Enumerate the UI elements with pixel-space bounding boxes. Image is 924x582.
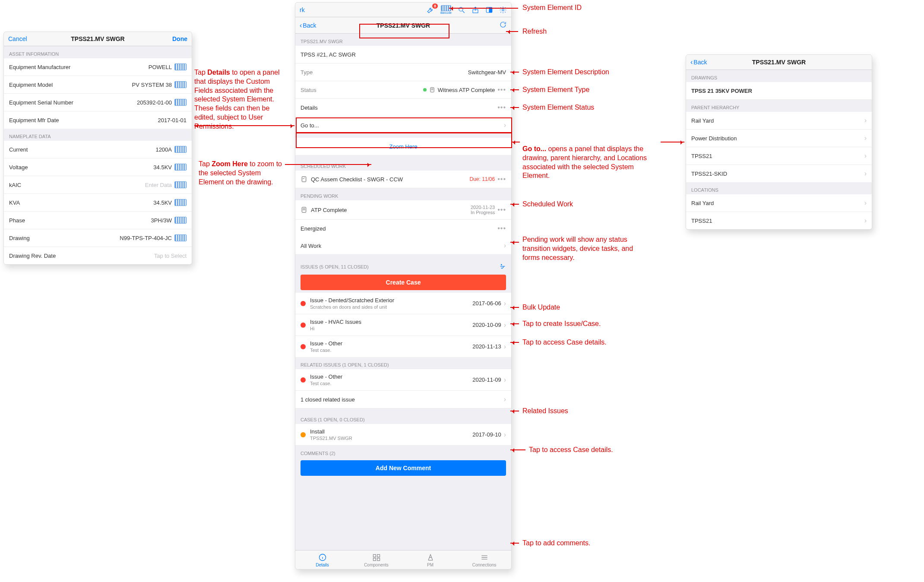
- refresh-button[interactable]: [481, 21, 507, 30]
- add-comment-button[interactable]: Add New Comment: [301, 460, 506, 476]
- svg-rect-20: [377, 558, 380, 561]
- field-row[interactable]: Phase 3PH/3W: [4, 212, 192, 229]
- svg-line-1: [462, 11, 465, 13]
- field-row[interactable]: Equipment Mfr Date 2017-01-01: [4, 111, 192, 129]
- back-button[interactable]: ‹Back: [300, 22, 326, 29]
- more-icon[interactable]: •••: [497, 206, 506, 214]
- field-row[interactable]: Drawing Rev. Date Tap to Select: [4, 247, 192, 264]
- barcode-icon[interactable]: [174, 199, 187, 206]
- goto-panel: ‹Back TPSS21.MV SWGR DRAWINGS TPSS 21 35…: [686, 54, 872, 230]
- tab-components[interactable]: Components: [349, 550, 403, 569]
- annotation-create-case: Tap to create Issue/Case.: [522, 319, 601, 329]
- wrench-icon[interactable]: 8: [427, 6, 434, 14]
- status-more-icon[interactable]: •••: [497, 86, 506, 94]
- chevron-right-icon: ›: [864, 134, 867, 142]
- issue-item[interactable]: Issue - Dented/Scratched ExteriorScratch…: [295, 293, 511, 314]
- annotation-bulk: Bulk Update: [522, 303, 560, 312]
- scheduled-work-item[interactable]: QC Assem Checklist - SWGR - CCW Due: 11/…: [295, 171, 511, 188]
- barcode-icon[interactable]: [174, 181, 187, 188]
- field-row[interactable]: Voltage 34.5KV: [4, 158, 192, 176]
- form-icon: [429, 87, 435, 93]
- list-item[interactable]: Power Distribution›: [686, 130, 872, 147]
- issue-item[interactable]: Issue - HVAC IssuesHi 2020-10-09›: [295, 314, 511, 336]
- details-row[interactable]: Details •••: [295, 99, 511, 117]
- gear-icon[interactable]: [499, 6, 507, 14]
- chevron-right-icon: ›: [504, 343, 506, 351]
- pending-work-item[interactable]: Energized •••: [295, 220, 511, 237]
- issue-item[interactable]: Issue - OtherTest case. 2020-11-13›: [295, 336, 511, 357]
- all-work-row[interactable]: All Work ›: [295, 237, 511, 255]
- tab-pm[interactable]: PM: [403, 550, 457, 569]
- closed-related-row[interactable]: 1 closed related issue ›: [295, 391, 511, 408]
- barcode-icon[interactable]: [174, 234, 187, 241]
- issue-dot-icon: [301, 377, 306, 383]
- list-item[interactable]: Rail Yard›: [686, 194, 872, 212]
- annotation-case-details2: Tap to access Case details.: [529, 446, 613, 455]
- chevron-right-icon: ›: [504, 321, 506, 329]
- list-item[interactable]: TPSS21›: [686, 212, 872, 229]
- done-button[interactable]: Done: [161, 35, 187, 42]
- chevron-right-icon: ›: [504, 300, 506, 307]
- notification-badge: 8: [432, 3, 438, 9]
- share-icon[interactable]: [471, 6, 479, 14]
- chevron-right-icon: ›: [864, 170, 867, 177]
- cancel-button[interactable]: Cancel: [8, 35, 34, 42]
- barcode-icon[interactable]: [174, 99, 187, 106]
- search-icon[interactable]: [458, 6, 465, 14]
- tab-details[interactable]: Details: [295, 550, 349, 569]
- field-row[interactable]: kAIC Enter Data: [4, 176, 192, 194]
- issue-dot-icon: [301, 301, 306, 306]
- element-description: TPSS #21, AC SWGR: [295, 46, 511, 63]
- barcode-icon[interactable]: [174, 81, 187, 88]
- list-item[interactable]: Rail Yard›: [686, 112, 872, 130]
- back-button[interactable]: ‹Back: [690, 58, 716, 66]
- barcode-icon[interactable]: [174, 146, 187, 153]
- toolbar-left-fragment: rk: [300, 6, 305, 13]
- related-issue-item[interactable]: Issue - Other Test case. 2020-11-09›: [295, 369, 511, 391]
- barcode-icon[interactable]: [174, 217, 187, 224]
- element-status-row[interactable]: Status Witness ATP Complete •••: [295, 81, 511, 99]
- field-row[interactable]: Current 1200A: [4, 141, 192, 158]
- chevron-right-icon: ›: [864, 117, 867, 124]
- pending-work-header: PENDING WORK: [295, 188, 511, 200]
- chevron-right-icon: ›: [504, 242, 506, 250]
- annotation-zoom: Tap Zoom Here to zoom to the selected Sy…: [199, 160, 285, 187]
- svg-rect-19: [373, 558, 376, 561]
- annotation-goto: Go to... opens a panel that displays the…: [522, 145, 652, 180]
- issue-dot-icon: [301, 323, 306, 328]
- barcode-icon[interactable]: [174, 63, 187, 70]
- scheduled-more-icon[interactable]: •••: [497, 175, 506, 183]
- case-item[interactable]: Install TPSS21.MV SWGR 2017-09-10›: [295, 424, 511, 446]
- status-dot-icon: [423, 88, 427, 92]
- svg-rect-18: [377, 554, 380, 557]
- chevron-right-icon: ›: [864, 217, 867, 225]
- annotation-type: System Element Type: [522, 85, 589, 95]
- checklist-icon: [301, 176, 307, 183]
- annotation-related: Related Issues: [522, 407, 568, 416]
- related-issues-header: RELATED ISSUES (1 OPEN, 1 CLOSED): [295, 357, 511, 369]
- tab-connections[interactable]: Connections: [457, 550, 511, 569]
- pending-work-item[interactable]: ATP Complete 2020-11-23In Progress •••: [295, 200, 511, 220]
- cases-header: CASES (1 OPEN, 0 CLOSED): [295, 412, 511, 424]
- annotation-pending: Pending work will show any status transi…: [522, 235, 652, 262]
- issue-dot-icon: [301, 344, 306, 349]
- bulk-update-icon[interactable]: [499, 263, 506, 270]
- list-item[interactable]: TPSS21-SKID›: [686, 165, 872, 182]
- svg-rect-17: [373, 554, 376, 557]
- field-row[interactable]: Equipment Manufacturer POWELL: [4, 58, 192, 76]
- drawing-item[interactable]: TPSS 21 35KV POWER: [686, 82, 872, 100]
- barcode-icon[interactable]: [174, 164, 187, 171]
- tab-bar: Details Components PM Connections: [295, 550, 511, 569]
- chevron-right-icon: ›: [504, 376, 506, 384]
- field-row[interactable]: Equipment Model PV SYSTEM 38: [4, 76, 192, 94]
- create-case-button[interactable]: Create Case: [301, 275, 506, 290]
- list-item[interactable]: TPSS21›: [686, 147, 872, 165]
- panel-toggle-icon[interactable]: [485, 6, 493, 14]
- field-row[interactable]: Equipment Serial Number 205392-01-00: [4, 94, 192, 111]
- field-row[interactable]: Drawing N99-TPS-TP-404-JC: [4, 229, 192, 247]
- field-row[interactable]: KVA 34.5KV: [4, 194, 192, 212]
- zoom-here-button[interactable]: Zoom Here: [295, 138, 511, 155]
- more-icon[interactable]: •••: [497, 225, 506, 232]
- annotation-system-id: System Element ID: [522, 3, 582, 13]
- goto-row[interactable]: Go to... ›: [295, 117, 511, 134]
